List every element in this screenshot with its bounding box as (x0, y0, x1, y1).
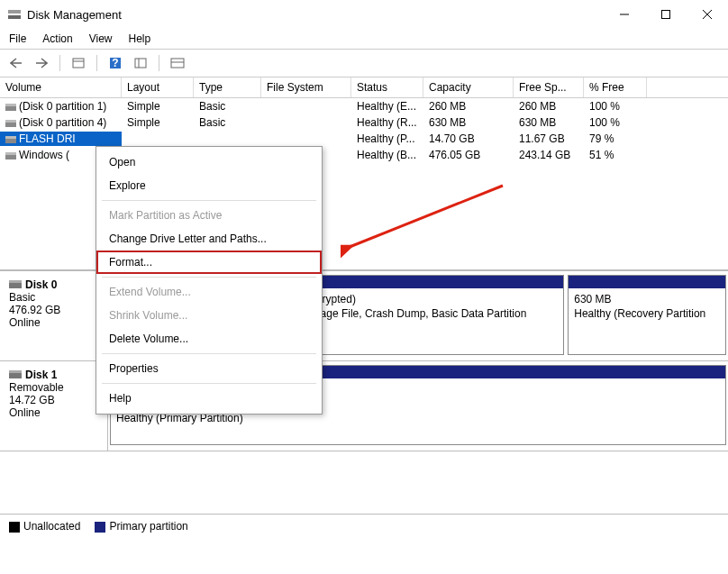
window-title: Disk Management (27, 8, 604, 22)
menu-help[interactable]: Help (129, 32, 151, 45)
menu-item-open[interactable]: Open (96, 150, 322, 174)
menu-item-explore[interactable]: Explore (96, 174, 322, 197)
close-button[interactable] (687, 0, 728, 29)
menu-file[interactable]: File (9, 32, 26, 45)
column-header[interactable]: Capacity (423, 77, 514, 97)
menu-action[interactable]: Action (42, 32, 72, 45)
svg-rect-10 (135, 59, 146, 68)
menu-item-format[interactable]: Format... (96, 251, 322, 274)
app-icon (7, 7, 22, 22)
disk-icon (9, 280, 22, 291)
drive-icon (5, 103, 16, 112)
svg-rect-15 (5, 104, 16, 106)
menubar: FileActionViewHelp (0, 29, 728, 50)
menu-item-change-drive-letter-and-paths[interactable]: Change Drive Letter and Paths... (96, 227, 322, 251)
svg-rect-1 (8, 15, 21, 19)
column-header[interactable]: Volume (0, 77, 122, 97)
svg-rect-25 (9, 370, 22, 373)
svg-rect-21 (5, 152, 16, 155)
volume-row[interactable]: FLASH DRIHealthy (P...14.70 GB11.67 GB79… (0, 131, 728, 147)
menu-item-extend-volume: Extend Volume... (96, 280, 322, 304)
menu-item-shrink-volume: Shrink Volume... (96, 304, 322, 327)
svg-text:?: ? (112, 57, 118, 69)
disk-header[interactable]: Disk 0Basic476.92 GBOnline (0, 271, 108, 360)
disk-header[interactable]: Disk 1Removable14.72 GBOnline (0, 361, 108, 451)
forward-button[interactable] (31, 53, 52, 73)
svg-rect-0 (8, 10, 21, 14)
partition[interactable]: 630 MBHealthy (Recovery Partition (568, 275, 726, 355)
drive-icon (5, 151, 16, 160)
toolbar-icon[interactable] (68, 53, 89, 73)
column-header[interactable]: % Free (584, 77, 647, 97)
titlebar: Disk Management (0, 0, 728, 29)
maximize-button[interactable] (645, 0, 687, 29)
svg-rect-17 (5, 120, 16, 123)
drive-icon (5, 119, 16, 128)
volume-list-header: Volume Layout Type File System Status Ca… (0, 77, 728, 98)
drive-icon (5, 135, 16, 144)
legend: Unallocated Primary partition (0, 514, 728, 538)
svg-rect-12 (171, 59, 184, 68)
menu-item-help[interactable]: Help (96, 387, 322, 410)
menu-item-properties[interactable]: Properties (96, 357, 322, 380)
help-button[interactable]: ? (105, 53, 126, 73)
toolbar-icon[interactable] (130, 53, 151, 73)
svg-rect-22 (9, 283, 22, 288)
svg-rect-24 (9, 373, 22, 378)
toolbar: ? (0, 50, 728, 77)
legend-primary: Primary partition (95, 520, 187, 533)
svg-rect-20 (5, 155, 16, 159)
volume-row[interactable]: (Disk 0 partition 1)SimpleBasicHealthy (… (0, 98, 728, 114)
svg-rect-3 (662, 11, 670, 19)
disk-icon (9, 370, 22, 381)
volume-row[interactable]: (Disk 0 partition 4)SimpleBasicHealthy (… (0, 114, 728, 131)
svg-rect-18 (5, 139, 16, 143)
menu-item-mark-partition-as-active: Mark Partition as Active (96, 204, 322, 227)
column-header[interactable]: Free Sp... (514, 77, 584, 97)
svg-rect-6 (73, 59, 84, 68)
menu-view[interactable]: View (89, 32, 113, 45)
column-header[interactable]: Status (351, 77, 423, 97)
toolbar-icon[interactable] (167, 53, 188, 73)
context-menu: OpenExploreMark Partition as ActiveChang… (96, 146, 323, 415)
svg-rect-14 (5, 106, 16, 111)
column-header[interactable]: File System (261, 77, 351, 97)
column-header[interactable]: Type (194, 77, 261, 97)
column-header[interactable]: Layout (122, 77, 194, 97)
minimize-button[interactable] (604, 0, 645, 29)
svg-rect-16 (5, 123, 16, 127)
menu-item-delete-volume[interactable]: Delete Volume... (96, 327, 322, 351)
svg-rect-23 (9, 280, 22, 283)
back-button[interactable] (5, 53, 27, 73)
svg-rect-19 (5, 136, 16, 139)
legend-unallocated: Unallocated (9, 520, 80, 533)
